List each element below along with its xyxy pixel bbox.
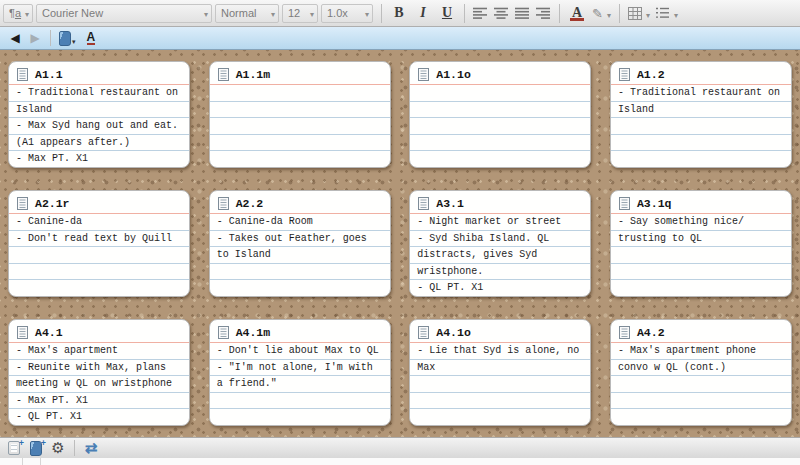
- notebook-view-button[interactable]: [56, 28, 79, 49]
- card-paragraph: - Reunite with Max, plans meeting w QL o…: [16, 360, 181, 393]
- note-style-button[interactable]: A: [87, 32, 96, 45]
- font-color-swatch: [570, 18, 584, 21]
- card-title: A1.1m: [236, 68, 271, 81]
- card-paragraph: - Lie that Syd is alone, no Max: [417, 343, 582, 376]
- add-notebook-button[interactable]: +: [25, 439, 47, 458]
- card-header: A1.1: [9, 62, 189, 85]
- note-icon: [218, 197, 229, 210]
- nav-toolbar: A: [0, 27, 800, 50]
- bold-button[interactable]: B: [387, 3, 411, 24]
- forward-arrow-icon: [30, 31, 39, 45]
- font-color-button[interactable]: A: [565, 3, 589, 24]
- align-center-button[interactable]: [491, 3, 512, 24]
- card-body: - Max's apartment- Reunite with Max, pla…: [9, 343, 189, 426]
- card-body: - Traditional restaurant on Island- Max …: [9, 85, 189, 168]
- align-left-button[interactable]: [470, 3, 491, 24]
- paragraph-marks-dropdown[interactable]: ¶a: [3, 4, 33, 23]
- align-justify-icon: [515, 7, 530, 19]
- card-header: A4.1m: [210, 320, 390, 343]
- card-paragraph: - Max PT. X1: [16, 151, 181, 168]
- chevron-down-icon: [603, 6, 611, 21]
- note-icon: [218, 68, 229, 81]
- card-title: A2.1r: [35, 197, 70, 210]
- zoom-dropdown[interactable]: 1.0x: [321, 4, 373, 23]
- index-card[interactable]: A4.1 - Max's apartment- Reunite with Max…: [8, 319, 190, 426]
- align-right-icon: [536, 7, 551, 19]
- index-card[interactable]: A3.1q - Say something nice/ trusting to …: [610, 190, 792, 297]
- card-body: - Max's apartment phone convo w QL (cont…: [611, 343, 791, 426]
- status-strip: [0, 458, 800, 465]
- index-card[interactable]: A4.1m - Don't lie about Max to QL- "I'm …: [209, 319, 391, 426]
- format-toolbar: ¶a Courier New Normal 12 1.0x B I U: [0, 0, 800, 27]
- card-header: A4.1o: [410, 320, 590, 343]
- gear-icon: [51, 439, 64, 457]
- swap-view-button[interactable]: [80, 439, 102, 458]
- align-right-button[interactable]: [533, 3, 554, 24]
- list-icon: [656, 7, 670, 19]
- list-button[interactable]: [653, 3, 681, 24]
- card-header: A1.2: [611, 62, 791, 85]
- swap-arrows-icon: [85, 439, 98, 457]
- note-icon: [17, 326, 28, 339]
- chevron-down-icon: [21, 7, 29, 19]
- chevron-down-icon: [670, 6, 678, 21]
- note-icon: [619, 197, 630, 210]
- card-body: [410, 85, 590, 168]
- paragraph-style-dropdown[interactable]: Normal: [215, 4, 279, 23]
- card-body: - Canine-da Room- Takes out Feather, goe…: [210, 214, 390, 297]
- index-card[interactable]: A1.2 - Traditional restaurant on Island: [610, 61, 792, 168]
- index-card[interactable]: A4.2 - Max's apartment phone convo w QL …: [610, 319, 792, 426]
- index-card[interactable]: A2.1r - Canine-da- Don't read text by Qu…: [8, 190, 190, 297]
- card-title: A2.2: [236, 197, 264, 210]
- card-header: A1.1o: [410, 62, 590, 85]
- back-arrow-icon: [10, 31, 19, 45]
- note-icon: [17, 197, 28, 210]
- chevron-down-icon: [642, 6, 650, 21]
- back-button[interactable]: [5, 28, 25, 48]
- note-icon: [218, 326, 229, 339]
- index-card[interactable]: A4.1o - Lie that Syd is alone, no Max: [409, 319, 591, 426]
- app-window: ¶a Courier New Normal 12 1.0x B I U: [0, 0, 800, 465]
- card-title: A1.1o: [436, 68, 471, 81]
- card-header: A4.1: [9, 320, 189, 343]
- card-title: A4.1: [35, 326, 63, 339]
- chevron-down-icon: [361, 7, 369, 19]
- chevron-down-icon: [306, 7, 314, 19]
- table-button[interactable]: [625, 3, 653, 24]
- note-icon: [17, 68, 28, 81]
- card-title: A1.2: [637, 68, 665, 81]
- align-center-icon: [494, 7, 509, 19]
- add-card-button[interactable]: +: [3, 439, 25, 458]
- settings-button[interactable]: [47, 439, 69, 458]
- font-family-dropdown[interactable]: Courier New: [36, 4, 212, 23]
- forward-button[interactable]: [25, 28, 45, 48]
- toolbar-separator: [559, 4, 560, 23]
- card-header: A3.1q: [611, 191, 791, 214]
- card-header: A3.1: [410, 191, 590, 214]
- card-paragraph: - Traditional restaurant on Island: [618, 85, 783, 118]
- paragraph-style-value: Normal: [221, 7, 256, 19]
- card-title: A3.1: [436, 197, 464, 210]
- font-family-value: Courier New: [42, 7, 103, 19]
- card-header: A1.1m: [210, 62, 390, 85]
- corkboard[interactable]: A1.1 - Traditional restaurant on Island-…: [0, 50, 800, 437]
- italic-button[interactable]: I: [411, 3, 435, 24]
- highlight-button[interactable]: [589, 3, 614, 24]
- card-paragraph: - Takes out Feather, goes to Island: [217, 231, 382, 264]
- index-card[interactable]: A1.1m: [209, 61, 391, 168]
- card-body: - Traditional restaurant on Island: [611, 85, 791, 168]
- note-icon: [619, 326, 630, 339]
- zoom-value: 1.0x: [327, 7, 348, 19]
- card-paragraph: - Don't lie about Max to QL: [217, 343, 382, 360]
- index-card[interactable]: A3.1 - Night market or street- Syd Shiba…: [409, 190, 591, 297]
- toolbar-separator: [464, 4, 465, 23]
- card-title: A3.1q: [637, 197, 672, 210]
- index-card[interactable]: A1.1 - Traditional restaurant on Island-…: [8, 61, 190, 168]
- align-justify-button[interactable]: [512, 3, 533, 24]
- toolbar-separator: [50, 30, 51, 46]
- underline-button[interactable]: U: [435, 3, 459, 24]
- index-card[interactable]: A1.1o: [409, 61, 591, 168]
- font-size-dropdown[interactable]: 12: [282, 4, 318, 23]
- index-card[interactable]: A2.2 - Canine-da Room- Takes out Feather…: [209, 190, 391, 297]
- notebook-icon: [59, 31, 71, 46]
